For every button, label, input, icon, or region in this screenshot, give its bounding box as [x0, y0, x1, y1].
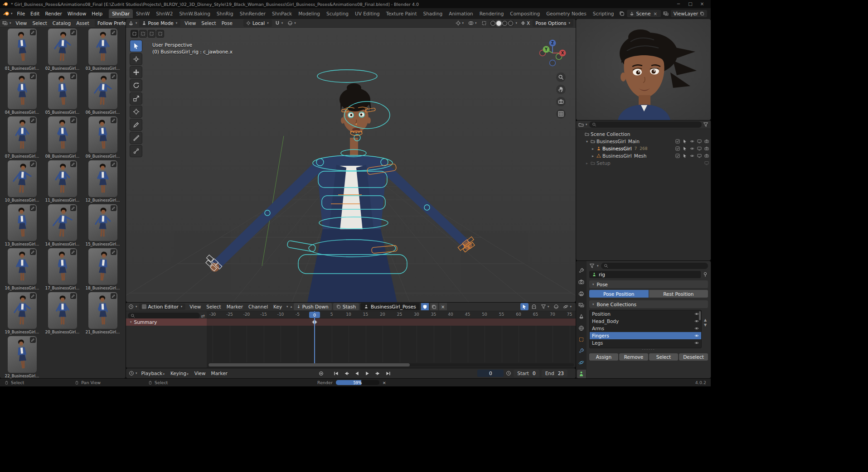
- tool-pose-breakdowner[interactable]: [130, 145, 142, 157]
- new-viewlayer-icon[interactable]: [700, 11, 704, 16]
- asset-item[interactable]: 03_BusinessGirl...: [82, 28, 123, 72]
- outliner-search-input[interactable]: [589, 121, 702, 128]
- invert-filter-icon[interactable]: ⇄: [201, 313, 205, 318]
- render-disable-toggle[interactable]: [704, 146, 709, 151]
- xray-toggle[interactable]: [480, 19, 488, 27]
- workspace-tab-shnrig[interactable]: ShnRig: [213, 9, 237, 18]
- edit-pose-icon[interactable]: [30, 29, 36, 35]
- tool-scale[interactable]: [130, 92, 142, 105]
- navigation-gizmo[interactable]: Z X Y: [537, 37, 568, 69]
- workspace-tab-shnpack[interactable]: ShnPack: [269, 9, 295, 18]
- tool-move[interactable]: [130, 66, 142, 78]
- menu-pose[interactable]: Pose: [219, 19, 235, 27]
- viewlayer-selector[interactable]: ViewLayer: [671, 10, 707, 17]
- asset-item[interactable]: 17_BusinessGirl...: [42, 248, 82, 292]
- snap-keys-dropdown[interactable]: ▾: [562, 303, 573, 310]
- asset-item[interactable]: 01_BusinessGirl...: [2, 28, 42, 72]
- tool-measure[interactable]: [130, 132, 142, 144]
- timeline-ruler[interactable]: -30-25-20-15-10-505101520253035404550556…: [207, 311, 576, 318]
- properties-tab-tool[interactable]: [577, 266, 586, 275]
- hide-toggle[interactable]: [690, 154, 694, 158]
- disclosure-icon[interactable]: ▸: [585, 161, 589, 165]
- collection-visibility-toggle[interactable]: [694, 333, 699, 338]
- tool-rotate[interactable]: [130, 79, 142, 92]
- asset-item[interactable]: 10_BusinessGirl...: [2, 160, 42, 204]
- workspace-tab-shnw-baking[interactable]: ShnW.Baking: [176, 9, 213, 18]
- asset-item[interactable]: 04_BusinessGirl...: [2, 72, 42, 116]
- outliner-row[interactable]: Scene Collection: [576, 130, 711, 138]
- disclosure-icon[interactable]: ▸: [591, 147, 595, 151]
- enable-toggle[interactable]: [675, 139, 680, 144]
- action-datablock-field[interactable]: BusinessGirl_Poses: [360, 303, 420, 310]
- properties-tab-output[interactable]: [577, 289, 586, 298]
- edit-pose-icon[interactable]: [30, 337, 36, 343]
- playhead[interactable]: [314, 311, 315, 363]
- pose-options-dropdown[interactable]: Pose Options▾: [533, 19, 573, 27]
- menu-view[interactable]: View: [13, 19, 30, 27]
- select-toggle[interactable]: [683, 154, 687, 158]
- rest-position-button[interactable]: Rest Position: [649, 290, 708, 298]
- viewlayer-browse-icon[interactable]: [663, 11, 669, 16]
- bone-collection-row[interactable]: Arms: [590, 325, 701, 332]
- hide-toggle[interactable]: [690, 146, 694, 151]
- shading-wireframe[interactable]: [490, 21, 495, 26]
- edit-pose-icon[interactable]: [70, 161, 76, 167]
- list-resize-grip[interactable]: ······: [589, 348, 708, 352]
- select-toggle[interactable]: [683, 146, 687, 151]
- tool-annotate[interactable]: [130, 119, 142, 131]
- asset-item[interactable]: 02_BusinessGirl...: [42, 28, 82, 72]
- edit-pose-icon[interactable]: [111, 73, 116, 79]
- asset-item[interactable]: 07_BusinessGirl...: [2, 116, 42, 160]
- menu-select[interactable]: Select: [199, 19, 218, 27]
- menu-window[interactable]: Window: [65, 10, 89, 17]
- workspace-tab-texture-paint[interactable]: Texture Paint: [383, 9, 420, 18]
- auto-key-record-button[interactable]: [316, 370, 325, 377]
- show-hidden-toggle[interactable]: [530, 303, 538, 310]
- previous-keyframe-button[interactable]: [342, 370, 351, 377]
- asset-item[interactable]: 09_BusinessGirl...: [82, 116, 123, 160]
- viewport-scene[interactable]: [126, 19, 576, 302]
- menu-catalog[interactable]: Catalog: [50, 19, 73, 27]
- workspace-tab-shading[interactable]: Shading: [420, 9, 446, 18]
- layer-prev-icon[interactable]: ▾: [286, 305, 288, 308]
- workspace-tab-shnrender[interactable]: ShnRender: [237, 9, 269, 18]
- collection-visibility-toggle[interactable]: [694, 341, 699, 345]
- asset-item[interactable]: 05_BusinessGirl...: [42, 72, 82, 116]
- keyframe-area[interactable]: [207, 326, 576, 362]
- edit-pose-icon[interactable]: [30, 293, 36, 299]
- gizmo-minus-z[interactable]: [550, 60, 556, 66]
- properties-tab-object[interactable]: [577, 335, 586, 344]
- gizmos-dropdown[interactable]: ▾: [454, 19, 466, 27]
- edit-pose-icon[interactable]: [111, 249, 116, 255]
- play-button[interactable]: [363, 370, 372, 377]
- edit-pose-icon[interactable]: [111, 117, 116, 123]
- asset-item[interactable]: 06_BusinessGirl...: [82, 72, 123, 116]
- snap-toggle[interactable]: ▾: [273, 19, 285, 27]
- tool-transform[interactable]: [130, 106, 142, 118]
- asset-item[interactable]: 16_BusinessGirl...: [2, 248, 42, 292]
- workspace-tab-animation[interactable]: Animation: [446, 9, 476, 18]
- properties-tab-view-layer[interactable]: [577, 301, 586, 309]
- menu-keying[interactable]: Keying▾: [168, 370, 192, 377]
- edit-pose-icon[interactable]: [70, 117, 76, 123]
- menu-marker[interactable]: Marker: [224, 303, 246, 310]
- play-reverse-button[interactable]: [352, 370, 361, 377]
- edit-pose-icon[interactable]: [30, 161, 36, 167]
- minimize-button[interactable]: −: [673, 0, 684, 8]
- stash-button[interactable]: Stash: [333, 303, 359, 310]
- render-disable-toggle[interactable]: [704, 139, 709, 144]
- orientation-dropdown[interactable]: Local▾: [243, 19, 272, 27]
- bone-collections-scrollbar[interactable]: [699, 311, 701, 320]
- edit-pose-icon[interactable]: [111, 29, 116, 35]
- menu-help[interactable]: Help: [89, 10, 105, 17]
- next-keyframe-button[interactable]: [373, 370, 382, 377]
- edit-pose-icon[interactable]: [70, 73, 76, 79]
- unlink-action-button[interactable]: ×: [439, 303, 447, 310]
- properties-tab-render[interactable]: [577, 278, 586, 286]
- selectmode-new[interactable]: [131, 30, 138, 38]
- menu-select[interactable]: Select: [204, 303, 223, 310]
- asset-item[interactable]: 13_BusinessGirl...: [2, 204, 42, 248]
- viewport-disable-toggle[interactable]: [697, 146, 702, 151]
- zoom-icon[interactable]: [556, 72, 566, 82]
- move-collection-down-button[interactable]: ▼: [704, 323, 707, 327]
